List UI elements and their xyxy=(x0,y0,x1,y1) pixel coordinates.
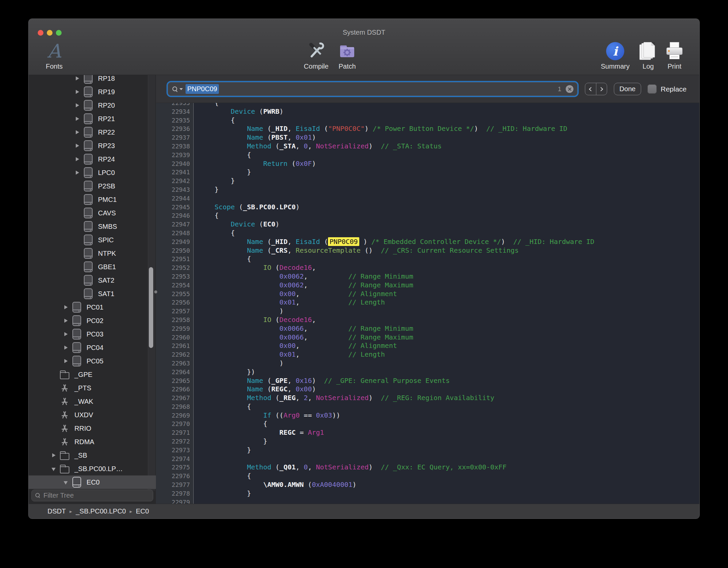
code-line: Return (0x0F) xyxy=(198,159,699,168)
code-line: Name (PBST, 0x01) xyxy=(198,133,699,142)
breadcrumb-item[interactable]: _SB.PC00.LPC0 xyxy=(76,507,126,515)
toolbar-button-patch[interactable]: Patch xyxy=(327,40,367,73)
code-line: Name (_CRS, ResourceTemplate () // _CRS:… xyxy=(198,246,699,255)
tree-item-SAT1[interactable]: SAT1 xyxy=(29,287,156,300)
code-line: If ((Arg0 == 0x03)) xyxy=(198,411,699,420)
tree-item-PMC1[interactable]: PMC1 xyxy=(29,193,156,206)
tree-item-RP21[interactable]: RP21 xyxy=(29,112,156,126)
disclosure-triangle-icon[interactable] xyxy=(51,466,60,472)
line-number: 22936 xyxy=(156,125,190,133)
tree-item-label: EC0 xyxy=(87,478,100,486)
disclosure-spacer xyxy=(51,412,60,418)
search-menu-chevron-icon[interactable] xyxy=(179,88,183,90)
tree-item-EC0[interactable]: EC0 xyxy=(29,475,156,489)
search-input[interactable]: PNP0C09 1 xyxy=(168,82,577,96)
tree-item-SMBS[interactable]: SMBS xyxy=(29,220,156,233)
code-line: REGC = Arg1 xyxy=(198,428,699,437)
toolbar-button-fonts[interactable]: A Fonts xyxy=(34,40,74,73)
code-line: Scope (_SB.PC00.LPC0) xyxy=(198,203,699,212)
tree-item-PC01[interactable]: PC01 xyxy=(29,300,156,314)
code-line: Device (PWRB) xyxy=(198,107,699,116)
disclosure-triangle-icon[interactable] xyxy=(63,358,72,364)
next-match-button[interactable] xyxy=(596,83,607,95)
tree-item-NTPK[interactable]: NTPK xyxy=(29,247,156,260)
disclosure-triangle-icon[interactable] xyxy=(74,75,83,81)
disclosure-triangle-icon[interactable] xyxy=(74,89,83,95)
disclosure-triangle-icon[interactable] xyxy=(74,102,83,108)
device-icon xyxy=(84,181,93,191)
disclosure-triangle-icon[interactable] xyxy=(74,116,83,122)
disclosure-spacer xyxy=(74,250,83,256)
line-number: 22966 xyxy=(156,385,190,394)
disclosure-triangle-icon[interactable] xyxy=(63,345,72,351)
tree-item-RP18[interactable]: RP18 xyxy=(29,75,156,85)
tree-item-P2SB[interactable]: P2SB xyxy=(29,179,156,193)
tree-item-SPIC[interactable]: SPIC xyxy=(29,233,156,247)
tree-item-_SB[interactable]: _SB xyxy=(29,449,156,462)
disclosure-triangle-icon[interactable] xyxy=(74,170,83,176)
line-number: 22964 xyxy=(156,368,190,377)
tree-item-PC02[interactable]: PC02 xyxy=(29,314,156,327)
disclosure-spacer xyxy=(51,371,60,378)
tree-item-_SB.PC00.LP…[interactable]: _SB.PC00.LP… xyxy=(29,462,156,475)
tree-item-label: GBE1 xyxy=(98,263,116,271)
disclosure-triangle-icon[interactable] xyxy=(74,129,83,135)
tree-item-LPC0[interactable]: LPC0 xyxy=(29,166,156,179)
tree-item-CAVS[interactable]: CAVS xyxy=(29,206,156,220)
disclosure-triangle-icon[interactable] xyxy=(63,304,72,310)
tree-item-label: PC05 xyxy=(87,357,103,365)
tree-item-SAT2[interactable]: SAT2 xyxy=(29,274,156,287)
tree-item-RDMA[interactable]: RDMA xyxy=(29,435,156,449)
clear-search-icon[interactable] xyxy=(566,85,573,93)
code-line: \AMW0.AMWN (0xA0040001) xyxy=(198,481,699,489)
disclosure-triangle-icon[interactable] xyxy=(74,143,83,149)
breadcrumb-item[interactable]: DSDT xyxy=(47,507,66,515)
filter-tree-input[interactable]: Filter Tree xyxy=(31,490,153,501)
tree-item-UXDV[interactable]: UXDV xyxy=(29,408,156,422)
disclosure-triangle-icon[interactable] xyxy=(51,452,60,458)
splitter-handle[interactable] xyxy=(154,290,157,293)
device-icon xyxy=(72,356,81,366)
line-number: 22971 xyxy=(156,428,190,437)
tree-item-RP24[interactable]: RP24 xyxy=(29,152,156,166)
previous-match-button[interactable] xyxy=(585,83,596,95)
disclosure-triangle-icon[interactable] xyxy=(63,318,72,324)
disclosure-spacer xyxy=(51,439,60,445)
code-line: { xyxy=(198,472,699,481)
tree-item-label: RP21 xyxy=(98,115,115,123)
disclosure-spacer xyxy=(74,291,83,297)
tree-item-RP22[interactable]: RP22 xyxy=(29,126,156,139)
done-button[interactable]: Done xyxy=(614,83,641,95)
tree-item-RP19[interactable]: RP19 xyxy=(29,85,156,99)
tree-item-GBE1[interactable]: GBE1 xyxy=(29,260,156,274)
tree-item-RP20[interactable]: RP20 xyxy=(29,99,156,112)
tree-item-RRIO[interactable]: RRIO xyxy=(29,422,156,435)
toolbar-button-print[interactable]: Print xyxy=(654,40,695,73)
search-query: PNP0C09 xyxy=(186,84,219,94)
disclosure-triangle-icon[interactable] xyxy=(74,156,83,162)
breadcrumb-separator: ▸ xyxy=(130,508,132,514)
device-icon xyxy=(84,288,93,299)
breadcrumb-item[interactable]: EC0 xyxy=(136,507,149,515)
disclosure-triangle-icon[interactable] xyxy=(63,479,72,485)
disclosure-triangle-icon[interactable] xyxy=(63,331,72,337)
tree-item-_GPE[interactable]: _GPE xyxy=(29,368,156,381)
tree-item-_PTS[interactable]: _PTS xyxy=(29,381,156,395)
filter-search-icon xyxy=(35,493,40,498)
line-number: 22934 xyxy=(156,107,190,116)
code-line: 0x01, // Length xyxy=(198,298,699,307)
device-icon xyxy=(72,329,81,340)
code-line: { xyxy=(198,211,699,220)
tree-item-label: _GPE xyxy=(74,371,92,379)
tree-item-_WAK[interactable]: _WAK xyxy=(29,395,156,408)
tree-item-label: _PTS xyxy=(74,384,91,392)
code-line: Device (EC0) xyxy=(198,220,699,229)
method-icon xyxy=(60,383,69,393)
tree-item-PC05[interactable]: PC05 xyxy=(29,354,156,368)
code-editor[interactable]: 2293322934229352293622937229382293922940… xyxy=(156,103,699,504)
tree-item-PC03[interactable]: PC03 xyxy=(29,327,156,341)
tree-item-PC04[interactable]: PC04 xyxy=(29,341,156,354)
replace-checkbox[interactable] xyxy=(648,84,657,94)
tree-item-RP23[interactable]: RP23 xyxy=(29,139,156,152)
device-icon xyxy=(72,302,81,313)
